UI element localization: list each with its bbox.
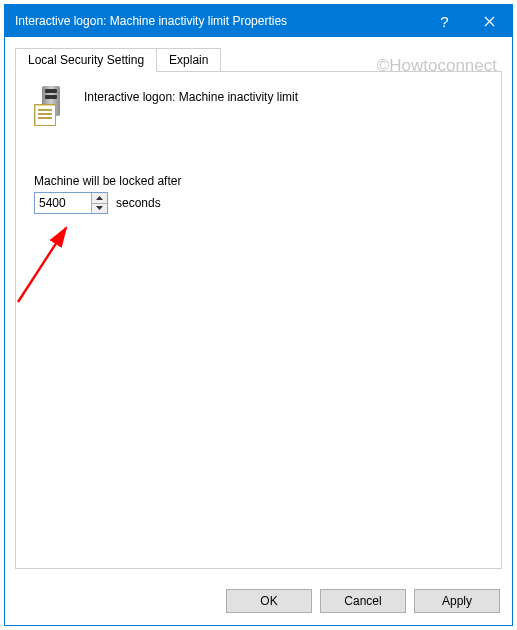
lock-after-label: Machine will be locked after — [34, 174, 483, 188]
tab-explain[interactable]: Explain — [156, 48, 221, 72]
spin-down-button[interactable] — [92, 204, 107, 214]
help-button[interactable]: ? — [422, 5, 467, 37]
policy-title: Interactive logon: Machine inactivity li… — [84, 86, 298, 104]
ok-button[interactable]: OK — [226, 589, 312, 613]
properties-dialog: Interactive logon: Machine inactivity li… — [4, 4, 513, 626]
close-button[interactable] — [467, 5, 512, 37]
seconds-spinner — [34, 192, 108, 214]
inactivity-field: Machine will be locked after — [34, 174, 483, 214]
spin-up-button[interactable] — [92, 193, 107, 204]
seconds-input[interactable] — [35, 193, 91, 213]
spinner-row: seconds — [34, 192, 483, 214]
tab-local-security[interactable]: Local Security Setting — [15, 48, 157, 72]
window-title: Interactive logon: Machine inactivity li… — [15, 14, 422, 28]
dialog-content: Local Security Setting Explain Interacti… — [5, 37, 512, 579]
tab-panel: Interactive logon: Machine inactivity li… — [15, 71, 502, 569]
apply-button[interactable]: Apply — [414, 589, 500, 613]
titlebar: Interactive logon: Machine inactivity li… — [5, 5, 512, 37]
policy-icon — [34, 86, 70, 128]
titlebar-buttons: ? — [422, 5, 512, 37]
cancel-button[interactable]: Cancel — [320, 589, 406, 613]
close-icon — [484, 16, 495, 27]
spin-buttons — [91, 193, 107, 213]
dialog-buttons: OK Cancel Apply — [5, 579, 512, 625]
chevron-up-icon — [96, 196, 103, 200]
seconds-unit: seconds — [116, 196, 161, 210]
tab-strip: Local Security Setting Explain — [15, 47, 502, 71]
policy-header: Interactive logon: Machine inactivity li… — [34, 86, 483, 128]
chevron-down-icon — [96, 206, 103, 210]
